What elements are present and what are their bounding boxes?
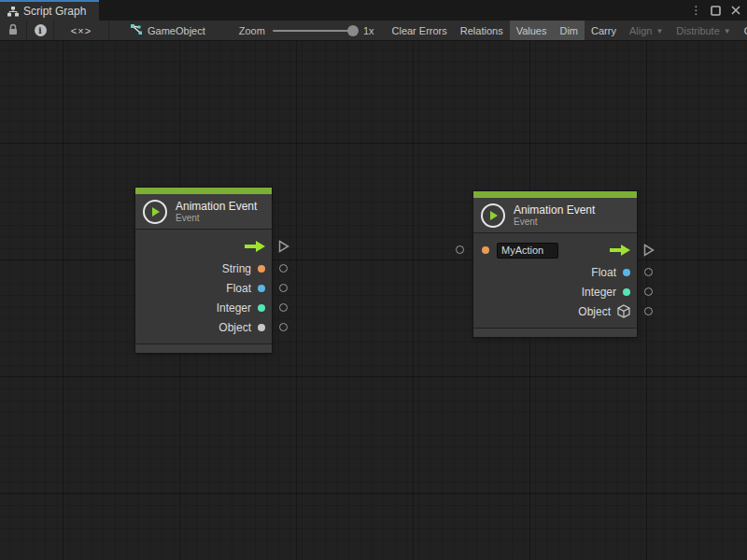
close-icon[interactable]	[727, 2, 743, 19]
node-animation-event-2[interactable]: Animation Event Event Float	[473, 191, 637, 337]
object-output-port[interactable]	[644, 307, 653, 315]
code-view-button[interactable]: <×>	[54, 21, 108, 40]
overview-button[interactable]: Overv	[738, 21, 747, 40]
port-label: Float	[226, 282, 251, 295]
event-play-icon	[143, 200, 167, 224]
object-type-dot	[258, 324, 265, 331]
node-subtitle: Event	[176, 213, 257, 224]
align-dropdown[interactable]: Align ▼	[623, 21, 669, 40]
graph-hierarchy-icon	[7, 7, 19, 17]
node-body: String Float Integer Object	[135, 230, 272, 343]
toolbar-separator	[108, 21, 109, 40]
button-label: Distribute	[676, 25, 719, 36]
node-header[interactable]: Animation Event Event	[473, 198, 637, 233]
node-footer	[135, 343, 272, 353]
flow-arrow-icon	[610, 245, 630, 256]
graph-canvas[interactable]: Animation Event Event String Float	[0, 41, 747, 560]
button-label: Values	[516, 25, 547, 36]
node-accent-bar	[473, 191, 637, 198]
event-play-icon	[481, 203, 505, 228]
tab-script-graph[interactable]: Script Graph	[0, 0, 99, 21]
relations-toggle[interactable]: Relations	[454, 21, 510, 40]
tab-label: Script Graph	[23, 5, 86, 18]
name-input-port[interactable]	[456, 245, 464, 254]
node-body: Float Integer Object	[473, 233, 637, 328]
script-graph-asset-icon	[130, 23, 143, 37]
port-label: String	[222, 262, 251, 275]
cube-icon	[617, 304, 630, 318]
dim-toggle[interactable]: Dim	[553, 21, 585, 40]
lock-icon	[7, 23, 19, 37]
zoom-control: Zoom 1x	[239, 21, 374, 40]
name-input-and-trigger-row	[473, 238, 637, 262]
button-label: Align	[629, 25, 652, 36]
button-label: Carry	[591, 25, 616, 36]
string-output-port[interactable]	[279, 264, 288, 273]
integer-type-dot	[623, 288, 630, 296]
graph-target-label: GameObject	[148, 25, 205, 36]
window-titlebar: Script Graph ⋮	[0, 0, 747, 21]
graph-toolbar: i <×> GameObject Zoom 1x Clear Errors Re…	[0, 21, 747, 41]
graph-target-button[interactable]: GameObject	[124, 21, 211, 40]
port-label: Float	[591, 266, 616, 279]
float-type-dot	[258, 285, 265, 292]
output-row-integer: Integer	[473, 282, 637, 301]
trigger-output-port[interactable]	[643, 244, 655, 259]
float-output-port[interactable]	[279, 284, 288, 292]
toolbar-button-group: Clear Errors Relations Values Dim Carry …	[386, 21, 747, 40]
node-subtitle: Event	[514, 217, 595, 228]
chevron-down-icon: ▼	[655, 27, 663, 35]
event-name-field[interactable]	[497, 243, 558, 259]
code-view-icon: <×>	[71, 25, 92, 36]
values-toggle[interactable]: Values	[510, 21, 554, 40]
window-menu-icon[interactable]: ⋮	[688, 2, 704, 19]
string-type-dot	[258, 265, 265, 273]
clear-errors-button[interactable]: Clear Errors	[386, 21, 454, 40]
integer-output-port[interactable]	[644, 287, 653, 296]
float-output-port[interactable]	[644, 268, 653, 276]
chevron-down-icon: ▼	[724, 27, 731, 35]
string-type-dot	[482, 246, 489, 254]
zoom-label: Zoom	[239, 25, 265, 36]
integer-output-port[interactable]	[279, 303, 288, 312]
output-row-float: Float	[135, 278, 272, 298]
zoom-slider-handle[interactable]	[347, 25, 359, 36]
carry-toggle[interactable]: Carry	[585, 21, 623, 40]
integer-type-dot	[258, 304, 265, 312]
port-label: Integer	[582, 286, 616, 299]
maximize-icon[interactable]	[708, 2, 724, 19]
window-controls: ⋮	[688, 0, 743, 21]
output-row-string: String	[135, 259, 272, 278]
button-label: Clear Errors	[392, 25, 447, 36]
output-row-object: Object	[473, 301, 637, 321]
node-title: Animation Event	[514, 203, 595, 217]
trigger-output-row	[135, 234, 272, 259]
button-label: Dim	[559, 25, 578, 36]
node-accent-bar	[135, 188, 272, 194]
port-label: Object	[218, 321, 251, 334]
flow-arrow-icon	[245, 241, 265, 252]
node-title: Animation Event	[176, 200, 257, 213]
lock-button[interactable]	[0, 21, 26, 40]
node-header[interactable]: Animation Event Event	[135, 194, 272, 230]
output-row-integer: Integer	[135, 298, 272, 317]
object-output-port[interactable]	[279, 323, 288, 331]
info-icon: i	[35, 24, 47, 36]
info-button[interactable]: i	[27, 21, 53, 40]
zoom-value: 1x	[363, 25, 374, 36]
button-label: Relations	[460, 25, 503, 36]
float-type-dot	[623, 269, 630, 276]
output-row-float: Float	[473, 262, 637, 282]
zoom-slider[interactable]	[273, 30, 357, 32]
node-footer	[473, 328, 637, 337]
output-row-object: Object	[135, 317, 272, 337]
trigger-output-port[interactable]	[278, 240, 289, 256]
node-animation-event-1[interactable]: Animation Event Event String Float	[135, 188, 272, 353]
distribute-dropdown[interactable]: Distribute ▼	[669, 21, 737, 40]
port-label: Object	[578, 305, 611, 318]
port-label: Integer	[217, 301, 251, 315]
